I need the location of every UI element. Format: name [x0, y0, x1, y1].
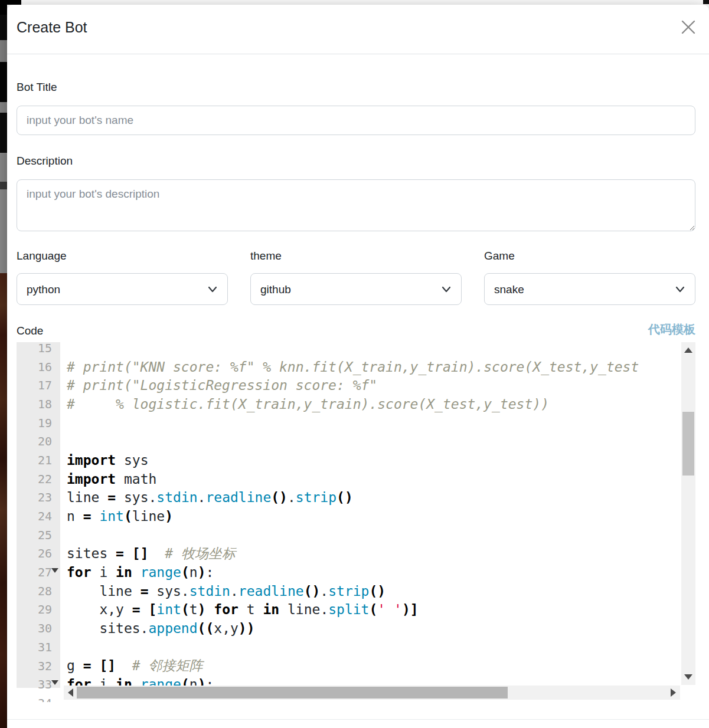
background-top-right [703, 0, 709, 4]
code-line: 20 [17, 432, 695, 451]
horizontal-scrollbar[interactable] [64, 686, 680, 700]
theme-field: theme github [250, 249, 462, 305]
bot-title-label: Bot Title [17, 80, 695, 94]
theme-select[interactable]: github [250, 273, 462, 305]
horizontal-scrollbar-thumb[interactable] [77, 687, 508, 699]
line-number: 20 [17, 434, 60, 448]
game-select[interactable]: snake [484, 273, 695, 305]
language-field: Language python [17, 249, 228, 305]
code-line: 16# print("KNN score: %f" % knn.fit(X_tr… [17, 358, 695, 376]
line-number: 17 [17, 378, 60, 392]
code-line: 18# % logistic.fit(X_train,y_train).scor… [17, 395, 695, 414]
code-line: 29 x,y = [int(t) for t in line.split(' '… [17, 601, 695, 619]
scroll-right-arrow-icon[interactable] [671, 688, 676, 697]
footer-divider [7, 719, 709, 720]
code-line-text: x,y = [int(t) for t in line.split(' ')] [67, 602, 419, 617]
line-number: 22 [17, 472, 60, 486]
code-line-text: import sys [67, 452, 148, 468]
code-line: 24n = int(line) [17, 507, 695, 526]
scroll-down-arrow-icon[interactable] [684, 674, 692, 680]
code-line: 23line = sys.stdin.readline().strip() [17, 488, 695, 507]
code-line: 21import sys [17, 451, 695, 470]
code-line: 25 [17, 526, 695, 545]
code-line: 28 line = sys.stdin.readline().strip() [17, 582, 695, 601]
code-line: 32g = [] # 邻接矩阵 [17, 657, 695, 675]
editor-lines: 1516# print("KNN score: %f" % knn.fit(X_… [17, 342, 695, 702]
line-number: 15 [17, 342, 60, 355]
code-line: 31 [17, 638, 695, 657]
scroll-up-arrow-icon[interactable] [684, 347, 692, 353]
code-line: 26sites = [] # 牧场坐标 [17, 545, 695, 563]
code-editor[interactable]: 1516# print("KNN score: %f" % knn.fit(X_… [17, 342, 695, 702]
line-number: 26 [17, 546, 60, 560]
line-number: 16 [17, 360, 60, 374]
code-line: 19 [17, 414, 695, 432]
code-line: 30 sites.append((x,y)) [17, 619, 695, 638]
modal-body: Bot Title Description Language python th… [7, 80, 709, 702]
create-bot-modal: Create Bot Bot Title Description Languag… [7, 5, 709, 728]
line-number: 18 [17, 397, 60, 411]
code-line-text: # print("KNN score: %f" % knn.fit(X_trai… [67, 359, 639, 375]
line-number: 21 [17, 453, 60, 467]
code-row: Code 代码模板 [17, 322, 695, 337]
close-icon [679, 18, 697, 36]
fold-toggle-icon[interactable] [51, 680, 58, 685]
background-page-sliver [0, 0, 7, 728]
language-label: Language [17, 249, 228, 263]
code-line-text: sites.append((x,y)) [67, 621, 255, 636]
code-line-text: g = [] # 邻接矩阵 [67, 657, 203, 675]
code-line: 27for i in range(n): [17, 563, 695, 582]
line-number: 29 [17, 602, 60, 616]
line-number: 30 [17, 621, 60, 635]
code-line-text: line = sys.stdin.readline().strip() [67, 583, 385, 599]
code-template-link[interactable]: 代码模板 [648, 322, 695, 337]
code-line-text: # % logistic.fit(X_train,y_train).score(… [67, 396, 549, 412]
description-input[interactable] [17, 179, 695, 231]
select-row: Language python theme github [17, 249, 695, 305]
code-line: 15 [17, 342, 695, 358]
line-number: 28 [17, 584, 60, 598]
code-line-text: for i in range(n): [67, 565, 214, 580]
game-label: Game [484, 249, 695, 263]
game-field: Game snake [484, 249, 695, 305]
fold-toggle-icon[interactable] [51, 568, 58, 573]
code-line-text: sites = [] # 牧场坐标 [67, 545, 236, 563]
line-number: 31 [17, 640, 60, 654]
line-number: 32 [17, 659, 60, 673]
background-top-left [7, 0, 21, 5]
code-line-text: # print("LogisticRegression score: %f" [67, 378, 377, 393]
code-line-text: import math [67, 471, 156, 487]
line-number: 19 [17, 416, 60, 430]
bot-title-input[interactable] [17, 106, 695, 135]
scroll-left-arrow-icon[interactable] [68, 688, 73, 697]
line-number: 34 [17, 696, 60, 702]
vertical-scrollbar[interactable] [681, 342, 695, 685]
line-number: 24 [17, 509, 60, 523]
code-label: Code [17, 324, 43, 337]
language-select[interactable]: python [17, 273, 228, 305]
code-line-text: n = int(line) [67, 509, 173, 524]
modal-header: Create Bot [7, 5, 709, 54]
theme-label: theme [250, 249, 462, 263]
code-line: 17# print("LogisticRegression score: %f" [17, 376, 695, 395]
line-number: 25 [17, 528, 60, 542]
modal-title: Create Bot [17, 19, 697, 36]
code-line: 22import math [17, 470, 695, 488]
line-number: 23 [17, 490, 60, 504]
close-button[interactable] [679, 18, 698, 37]
vertical-scrollbar-thumb[interactable] [682, 412, 694, 476]
code-line-text: line = sys.stdin.readline().strip() [67, 490, 353, 505]
description-label: Description [17, 154, 695, 168]
